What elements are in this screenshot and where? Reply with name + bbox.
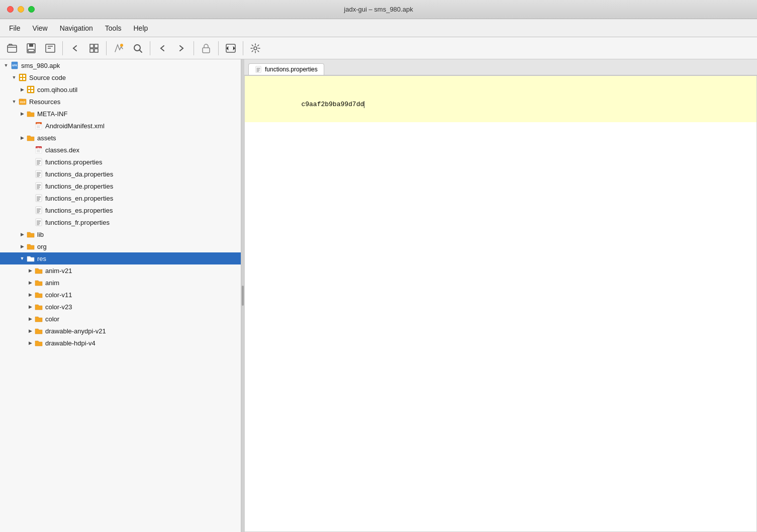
expand-assets[interactable] xyxy=(18,134,26,142)
nav-back-button[interactable] xyxy=(153,40,171,57)
tree-item-resources[interactable]: 010 Resources xyxy=(0,96,241,108)
tree-item-res[interactable]: res xyxy=(0,252,241,264)
menu-file[interactable]: File xyxy=(4,22,26,34)
tree-item-functions-fr[interactable]: functions_fr.properties xyxy=(0,216,241,228)
find-button[interactable] xyxy=(129,40,147,57)
expand-com-qihoo[interactable] xyxy=(18,85,26,94)
package-icon xyxy=(26,85,35,94)
maximize-window-button[interactable] xyxy=(28,6,35,13)
expand-meta-inf[interactable] xyxy=(18,110,26,118)
separator-2 xyxy=(106,41,107,55)
tree-item-functions-en[interactable]: functions_en.properties xyxy=(0,192,241,204)
code-line-1: c9aaf2b9ba99d7dd xyxy=(245,76,756,122)
tree-item-color[interactable]: color xyxy=(0,313,241,325)
expand-anim-v21[interactable] xyxy=(26,267,34,275)
expand-resources[interactable] xyxy=(10,98,18,106)
lock-button[interactable] xyxy=(197,40,215,57)
drawable-anydpi-v21-label: drawable-anydpi-v21 xyxy=(45,327,106,335)
tree-item-color-v23[interactable]: color-v23 xyxy=(0,301,241,313)
expand-res[interactable] xyxy=(18,254,26,262)
svg-rect-2 xyxy=(29,44,33,47)
open-button[interactable] xyxy=(3,40,21,57)
svg-rect-17 xyxy=(20,75,22,77)
export-button[interactable] xyxy=(41,40,59,57)
prop-file-icon-ffr xyxy=(34,218,43,227)
tree-item-apk[interactable]: APK sms_980.apk xyxy=(0,59,241,71)
tree-item-assets[interactable]: assets xyxy=(0,132,241,144)
minimize-window-button[interactable] xyxy=(18,6,24,13)
title-bar: jadx-gui – sms_980.apk xyxy=(0,0,757,19)
tree-item-functions-properties[interactable]: functions.properties xyxy=(0,156,241,168)
prop-file-icon-fen xyxy=(34,194,43,203)
folder-icon-anim-v21 xyxy=(34,266,43,275)
folder-icon-res xyxy=(26,254,35,263)
toolbar xyxy=(0,37,757,59)
svg-point-13 xyxy=(254,47,257,50)
menu-navigation[interactable]: Navigation xyxy=(55,22,98,34)
save-all-button[interactable] xyxy=(22,40,40,57)
functions-properties-label: functions.properties xyxy=(45,158,102,166)
svg-text:XML: XML xyxy=(37,123,41,125)
grid-view-button[interactable] xyxy=(85,40,103,57)
tree-item-lib[interactable]: lib xyxy=(0,228,241,240)
tree-item-drawable-anydpi-v21[interactable]: drawable-anydpi-v21 xyxy=(0,325,241,337)
sidebar[interactable]: APK sms_980.apk Source code xyxy=(0,59,241,532)
menu-help[interactable]: Help xyxy=(129,22,153,34)
resources-label: Resources xyxy=(29,98,60,106)
svg-rect-5 xyxy=(90,44,93,48)
prop-file-icon-fda xyxy=(34,169,43,179)
functions-fr-label: functions_fr.properties xyxy=(45,219,110,226)
expand-color-v11[interactable] xyxy=(26,291,34,299)
tree-item-functions-de[interactable]: functions_de.properties xyxy=(0,180,241,192)
tree-item-functions-da[interactable]: functions_da.properties xyxy=(0,168,241,180)
nav-forward-button[interactable] xyxy=(172,40,191,57)
svg-rect-23 xyxy=(31,87,33,89)
expand-drawable-anydpi-v21[interactable] xyxy=(26,327,34,335)
expand-apk[interactable] xyxy=(2,61,10,69)
svg-point-9 xyxy=(120,44,123,47)
svg-rect-22 xyxy=(28,87,30,89)
folder-icon-lib xyxy=(26,230,35,239)
apk-icon: APK xyxy=(10,61,19,70)
tree-item-meta-inf[interactable]: META-INF xyxy=(0,108,241,120)
tree-item-com-qihoo[interactable]: com.qihoo.util xyxy=(0,83,241,96)
tree-item-source-code[interactable]: Source code xyxy=(0,71,241,83)
main-container: APK sms_980.apk Source code xyxy=(0,59,757,532)
prop-file-icon-fde xyxy=(34,182,43,191)
expand-color[interactable] xyxy=(26,315,34,323)
tree-item-functions-es[interactable]: functions_es.properties xyxy=(0,204,241,216)
tree-item-androidmanifest[interactable]: XML AndroidManifest.xml xyxy=(0,120,241,132)
decompile-button[interactable] xyxy=(110,40,128,57)
tab-functions-properties[interactable]: functions.properties xyxy=(248,63,324,75)
tree-item-drawable-hdpi-v4[interactable]: drawable-hdpi-v4 xyxy=(0,337,241,349)
menu-view[interactable]: View xyxy=(28,22,53,34)
tab-label: functions.properties xyxy=(265,66,318,73)
preferences-button[interactable] xyxy=(246,40,264,57)
close-window-button[interactable] xyxy=(7,6,14,13)
svg-rect-8 xyxy=(94,49,98,52)
folder-icon-anim xyxy=(34,278,43,287)
expand-lib[interactable] xyxy=(18,230,26,238)
tree-item-anim-v21[interactable]: anim-v21 xyxy=(0,264,241,277)
back-nav-button[interactable] xyxy=(66,40,84,57)
editor-area: functions.properties c9aaf2b9ba99d7dd xyxy=(244,59,757,532)
tree-item-org[interactable]: org xyxy=(0,240,241,252)
code-editor[interactable]: c9aaf2b9ba99d7dd xyxy=(244,75,757,532)
tree-item-classes-dex[interactable]: DEX classes.dex xyxy=(0,144,241,156)
functions-da-label: functions_da.properties xyxy=(45,170,113,178)
code-content-1: c9aaf2b9ba99d7dd xyxy=(301,101,364,108)
svg-rect-3 xyxy=(28,49,34,52)
expand-drawable-hdpi-v4[interactable] xyxy=(26,339,34,347)
expand-anim[interactable] xyxy=(26,279,34,287)
expand-color-v23[interactable] xyxy=(26,303,34,311)
tree-item-color-v11[interactable]: color-v11 xyxy=(0,289,241,301)
prop-file-icon-fes xyxy=(34,206,43,215)
expand-org[interactable] xyxy=(18,242,26,250)
source-code-label: Source code xyxy=(29,74,66,81)
tab-bar: functions.properties xyxy=(244,59,757,75)
code-view-button[interactable] xyxy=(222,40,240,57)
tree-item-anim[interactable]: anim xyxy=(0,277,241,289)
menu-tools[interactable]: Tools xyxy=(100,22,127,34)
svg-rect-7 xyxy=(90,49,93,52)
expand-source-code[interactable] xyxy=(10,73,18,81)
